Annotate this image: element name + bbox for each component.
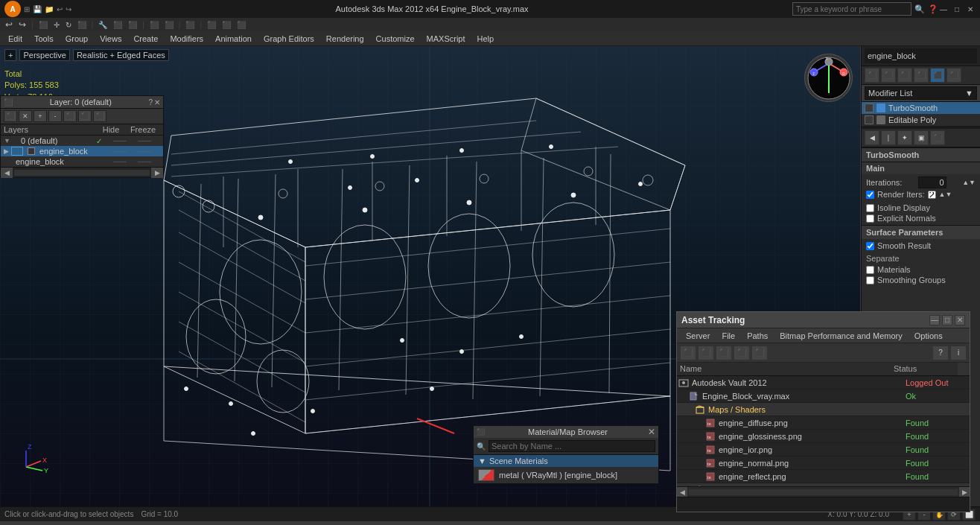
nav-icon-b[interactable]: | [881, 130, 896, 145]
materials-check[interactable] [866, 266, 874, 274]
minimize-button[interactable]: — [938, 4, 949, 14]
modifier-editable-poly[interactable]: Editable Poly [862, 114, 980, 126]
at-menu-options[interactable]: Options [909, 331, 949, 341]
nav-modify[interactable]: ⬛ [881, 68, 896, 83]
maximize-button[interactable]: □ [952, 4, 962, 14]
layer-row-engine[interactable]: ▶ engine_block —— —— [1, 146, 163, 156]
at-scroll-left[interactable]: ◀ [677, 487, 687, 497]
layers-select-btn[interactable]: ⬛ [63, 110, 77, 122]
layers-add-btn[interactable]: + [34, 110, 47, 122]
toolbar-icon-1[interactable]: ⊞ [24, 5, 30, 13]
layers-close[interactable]: ✕ [154, 98, 160, 106]
nav-hierarchy[interactable]: ⬛ [897, 68, 912, 83]
nav-create[interactable]: ⬛ [865, 68, 879, 83]
smoothing-groups-check[interactable] [866, 276, 874, 284]
at-restore-btn[interactable]: □ [942, 315, 952, 325]
menu-views[interactable]: Views [95, 34, 127, 44]
modifier-turbosmooth[interactable]: TurboSmooth [862, 102, 980, 114]
tb-select[interactable]: ⬛ [36, 21, 50, 29]
view-gizmo[interactable]: T R F [804, 54, 853, 102]
tb-render[interactable]: ⬛ [220, 21, 233, 29]
tb-align[interactable]: ⬛ [162, 21, 176, 29]
menu-customize[interactable]: Customize [371, 34, 420, 44]
nav-display[interactable]: ⬛ [930, 68, 945, 83]
at-btn-2[interactable]: ⬛ [698, 346, 714, 360]
at-scroll-right[interactable]: ▶ [959, 487, 970, 497]
at-row-vault[interactable]: Autodesk Vault 2012 Logged Out [677, 376, 970, 389]
mat-section-header[interactable]: ▼ Scene Materials [474, 455, 658, 467]
at-help-btn[interactable]: ? [932, 346, 949, 360]
smooth-result-check[interactable] [866, 242, 874, 250]
menu-graph-editors[interactable]: Graph Editors [258, 34, 319, 44]
layers-scrollbar[interactable]: ◀ ▶ [1, 167, 163, 177]
tb-pct-snap[interactable]: ⬛ [126, 21, 139, 29]
close-button[interactable]: ✕ [965, 4, 976, 14]
menu-edit[interactable]: Edit [3, 34, 28, 44]
mat-search-input[interactable] [489, 440, 655, 452]
at-btn-1[interactable]: ⬛ [680, 346, 696, 360]
at-menu-file[interactable]: File [716, 331, 741, 341]
layer-row-default[interactable]: ▼ 0 (default) ✓ —— —— [1, 136, 163, 146]
at-btn-5[interactable]: ⬛ [751, 346, 768, 360]
at-btn-4[interactable]: ⬛ [734, 346, 750, 360]
menu-modifiers[interactable]: Modifiers [165, 34, 209, 44]
tb-render-frame[interactable]: ⬛ [235, 21, 248, 29]
tb-snap[interactable]: 🔧 [96, 21, 109, 29]
tb-render-setup[interactable]: ⬛ [205, 21, 218, 29]
toolbar-icon-5[interactable]: ↪ [66, 5, 71, 13]
mat-close-btn[interactable]: ✕ [648, 427, 655, 436]
menu-tools[interactable]: Tools [29, 34, 59, 44]
nav-utilities[interactable]: ⬛ [946, 68, 961, 83]
at-row-glossiness[interactable]: tx engine_glossiness.png Found [677, 430, 970, 443]
nav-icon-c[interactable]: ✦ [897, 130, 912, 145]
nav-motion[interactable]: ⬛ [914, 68, 929, 83]
at-row-normal[interactable]: tx engine_normal.png Found [677, 456, 970, 470]
tb-angle-snap[interactable]: ⬛ [111, 21, 124, 29]
nav-icon-a[interactable]: ◀ [865, 130, 879, 145]
menu-group[interactable]: Group [60, 34, 94, 44]
search-input[interactable] [792, 2, 911, 16]
at-btn-3[interactable]: ⬛ [716, 346, 732, 360]
tb-undo[interactable]: ↩ [3, 19, 15, 30]
tb-rotate[interactable]: ↻ [63, 21, 74, 29]
explicit-normals-check[interactable] [866, 214, 874, 223]
scroll-right-btn[interactable]: ▶ [151, 168, 163, 178]
nav-icon-d[interactable]: ▣ [914, 130, 929, 145]
menu-help[interactable]: Help [472, 34, 500, 44]
nav-icon-e[interactable]: ⬛ [930, 130, 945, 145]
search-icon[interactable]: 🔍 [914, 4, 925, 14]
iterations-input[interactable] [918, 176, 946, 188]
menu-maxscript[interactable]: MAXScript [421, 34, 471, 44]
at-row-diffuse[interactable]: tx engine_diffuse.png Found [677, 416, 970, 430]
iterations-spinner[interactable]: ▲▼ [962, 179, 976, 186]
layers-remove-btn[interactable]: - [48, 110, 62, 122]
at-info-btn[interactable]: i [950, 346, 967, 360]
toolbar-icon-4[interactable]: ↩ [57, 5, 63, 13]
tb-redo[interactable]: ↪ [16, 19, 28, 30]
render-iters-input[interactable] [928, 191, 936, 199]
at-menu-server[interactable]: Server [680, 331, 716, 341]
render-iters-check[interactable] [866, 191, 874, 199]
tb-move[interactable]: ✛ [51, 21, 62, 29]
object-name-input[interactable] [865, 48, 977, 63]
menu-animation[interactable]: Animation [210, 34, 257, 44]
layers-new-btn[interactable]: ⬛ [4, 110, 17, 122]
layers-help[interactable]: ? [148, 98, 153, 106]
layers-delete-btn[interactable]: ✕ [19, 110, 32, 122]
modifier-list-dropdown[interactable]: Modifier List ▼ [865, 86, 977, 100]
at-menu-paths[interactable]: Paths [741, 331, 774, 341]
at-menu-bitmap[interactable]: Bitmap Performance and Memory [774, 331, 908, 341]
at-row-maps-section[interactable]: Maps / Shaders [677, 403, 970, 416]
help-icon[interactable]: ❓ [928, 4, 938, 14]
toolbar-icon-3[interactable]: 📁 [45, 5, 54, 13]
mat-item-metal[interactable]: metal ( VRayMtl ) [engine_block] [474, 467, 658, 483]
at-row-ior[interactable]: tx engine_ior.png Found [677, 443, 970, 456]
layers-properties-btn[interactable]: ⬛ [93, 110, 106, 122]
tb-scale[interactable]: ⬛ [75, 21, 89, 29]
menu-rendering[interactable]: Rendering [321, 34, 369, 44]
at-row-reflect[interactable]: tx engine_reflect.png Found [677, 470, 970, 483]
tb-layers[interactable]: ⬛ [183, 21, 197, 29]
render-iters-spinner[interactable]: ▲▼ [939, 191, 952, 198]
at-minimize-btn[interactable]: — [929, 315, 940, 325]
at-close-btn[interactable]: ✕ [955, 315, 965, 325]
